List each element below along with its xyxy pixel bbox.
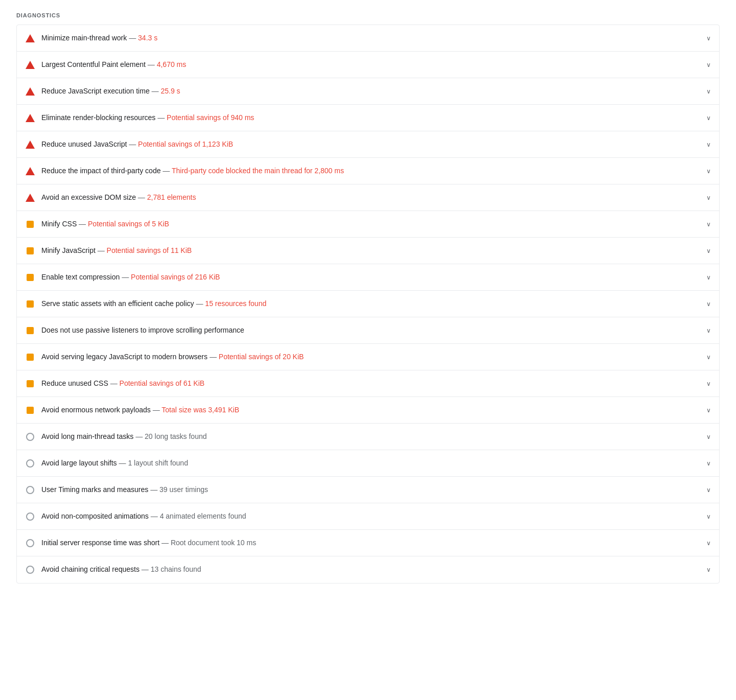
diagnostic-item-passive-listeners[interactable]: Does not use passive listeners to improv… [17,317,719,344]
icon-orange-square-unused-css [25,379,35,389]
diagnostic-item-eliminate-render-blocking[interactable]: Eliminate render-blocking resources — Po… [17,105,719,131]
item-detail-server-response-time: Root document took 10 ms [171,539,256,547]
red-triangle-icon [26,114,35,122]
diagnostic-item-user-timing[interactable]: User Timing marks and measures — 39 user… [17,477,719,503]
icon-red-triangle-dom-size [25,193,35,203]
item-text-reduce-js-execution: Reduce JavaScript execution time — 25.9 … [41,86,180,97]
item-separator: — [136,193,147,201]
chevron-down-icon[interactable]: ∨ [706,380,711,387]
diagnostic-item-long-main-thread-tasks[interactable]: Avoid long main-thread tasks — 20 long t… [17,424,719,450]
chevron-down-icon[interactable]: ∨ [706,300,711,308]
item-left-eliminate-render-blocking: Eliminate render-blocking resources — Po… [25,113,698,123]
chevron-down-icon[interactable]: ∨ [706,327,711,334]
icon-gray-circle-long-main-thread-tasks [25,432,35,442]
icon-orange-square-passive-listeners [25,325,35,336]
chevron-down-icon[interactable]: ∨ [706,221,711,228]
diagnostic-item-dom-size[interactable]: Avoid an excessive DOM size — 2,781 elem… [17,184,719,211]
icon-red-triangle-minimize-main-thread [25,33,35,43]
item-detail-minimize-main-thread: 34.3 s [138,34,157,42]
diagnostic-item-reduce-js-execution[interactable]: Reduce JavaScript execution time — 25.9 … [17,78,719,105]
item-detail-layout-shifts: 1 layout shift found [128,459,188,467]
item-text-legacy-js: Avoid serving legacy JavaScript to moder… [41,352,304,362]
diagnostic-item-legacy-js[interactable]: Avoid serving legacy JavaScript to moder… [17,344,719,370]
diagnostic-item-third-party-code[interactable]: Reduce the impact of third-party code — … [17,158,719,184]
chevron-down-icon[interactable]: ∨ [706,35,711,42]
item-left-third-party-code: Reduce the impact of third-party code — … [25,166,698,176]
item-separator: — [208,353,219,361]
diagnostic-item-chaining-critical-requests[interactable]: Avoid chaining critical requests — 13 ch… [17,556,719,583]
icon-gray-circle-user-timing [25,485,35,495]
diagnostic-item-minify-css[interactable]: Minify CSS — Potential savings of 5 KiB∨ [17,211,719,238]
item-left-network-payloads: Avoid enormous network payloads — Total … [25,405,698,415]
orange-square-icon [27,354,34,361]
item-separator: — [155,113,167,122]
item-left-minimize-main-thread: Minimize main-thread work — 34.3 s [25,33,698,43]
item-text-passive-listeners: Does not use passive listeners to improv… [41,325,244,336]
chevron-down-icon[interactable]: ∨ [706,141,711,148]
item-left-reduce-unused-js: Reduce unused JavaScript — Potential sav… [25,139,698,150]
chevron-down-icon[interactable]: ∨ [706,460,711,467]
item-left-minify-js: Minify JavaScript — Potential savings of… [25,246,698,256]
diagnostic-item-layout-shifts[interactable]: Avoid large layout shifts — 1 layout shi… [17,450,719,477]
red-triangle-icon [26,61,35,69]
chevron-down-icon[interactable]: ∨ [706,61,711,68]
item-separator: — [140,565,151,573]
item-text-server-response-time: Initial server response time was short —… [41,538,256,548]
item-detail-minify-js: Potential savings of 11 KiB [107,246,192,254]
chevron-down-icon[interactable]: ∨ [706,540,711,547]
item-left-layout-shifts: Avoid large layout shifts — 1 layout shi… [25,458,698,469]
diagnostic-item-server-response-time[interactable]: Initial server response time was short —… [17,530,719,556]
section-title: DIAGNOSTICS [16,12,720,18]
diagnostic-item-network-payloads[interactable]: Avoid enormous network payloads — Total … [17,397,719,424]
chevron-down-icon[interactable]: ∨ [706,88,711,95]
icon-gray-circle-chaining-critical-requests [25,565,35,575]
item-separator: — [117,459,128,467]
chevron-down-icon[interactable]: ∨ [706,274,711,281]
item-separator: — [127,34,138,42]
chevron-down-icon[interactable]: ∨ [706,486,711,494]
item-text-minify-css: Minify CSS — Potential savings of 5 KiB [41,219,169,229]
item-left-non-composited-animations: Avoid non-composited animations — 4 anim… [25,511,698,522]
item-separator: — [194,299,205,308]
diagnostic-item-reduce-unused-js[interactable]: Reduce unused JavaScript — Potential sav… [17,131,719,158]
icon-red-triangle-reduce-js-execution [25,86,35,97]
chevron-down-icon[interactable]: ∨ [706,433,711,440]
chevron-down-icon[interactable]: ∨ [706,168,711,175]
diagnostic-item-text-compression[interactable]: Enable text compression — Potential savi… [17,264,719,291]
chevron-down-icon[interactable]: ∨ [706,194,711,201]
gray-circle-icon [26,459,34,468]
diagnostic-item-unused-css[interactable]: Reduce unused CSS — Potential savings of… [17,370,719,397]
item-separator: — [160,167,172,175]
item-detail-user-timing: 39 user timings [159,485,208,494]
item-text-chaining-critical-requests: Avoid chaining critical requests — 13 ch… [41,565,201,575]
gray-circle-icon [26,486,34,494]
item-separator: — [150,87,161,95]
item-left-chaining-critical-requests: Avoid chaining critical requests — 13 ch… [25,565,698,575]
chevron-down-icon[interactable]: ∨ [706,247,711,254]
icon-orange-square-cache-policy [25,299,35,309]
item-separator: — [151,406,162,414]
item-text-layout-shifts: Avoid large layout shifts — 1 layout shi… [41,458,188,469]
chevron-down-icon[interactable]: ∨ [706,566,711,573]
diagnostic-item-minimize-main-thread[interactable]: Minimize main-thread work — 34.3 s∨ [17,25,719,52]
item-text-unused-css: Reduce unused CSS — Potential savings of… [41,379,204,389]
diagnostic-item-minify-js[interactable]: Minify JavaScript — Potential savings of… [17,238,719,264]
icon-orange-square-minify-css [25,219,35,229]
chevron-down-icon[interactable]: ∨ [706,513,711,520]
diagnostic-item-cache-policy[interactable]: Serve static assets with an efficient ca… [17,291,719,317]
icon-gray-circle-non-composited-animations [25,511,35,522]
item-text-minify-js: Minify JavaScript — Potential savings of… [41,246,192,256]
item-text-minimize-main-thread: Minimize main-thread work — 34.3 s [41,33,157,43]
item-text-long-main-thread-tasks: Avoid long main-thread tasks — 20 long t… [41,432,207,442]
item-detail-text-compression: Potential savings of 216 KiB [131,273,220,281]
item-left-user-timing: User Timing marks and measures — 39 user… [25,485,698,495]
chevron-down-icon[interactable]: ∨ [706,114,711,122]
chevron-down-icon[interactable]: ∨ [706,354,711,361]
orange-square-icon [27,221,34,228]
diagnostic-item-non-composited-animations[interactable]: Avoid non-composited animations — 4 anim… [17,503,719,530]
item-detail-dom-size: 2,781 elements [147,193,196,201]
diagnostic-item-largest-contentful-paint[interactable]: Largest Contentful Paint element — 4,670… [17,52,719,78]
item-text-text-compression: Enable text compression — Potential savi… [41,272,220,283]
chevron-down-icon[interactable]: ∨ [706,407,711,414]
item-text-third-party-code: Reduce the impact of third-party code — … [41,166,344,176]
